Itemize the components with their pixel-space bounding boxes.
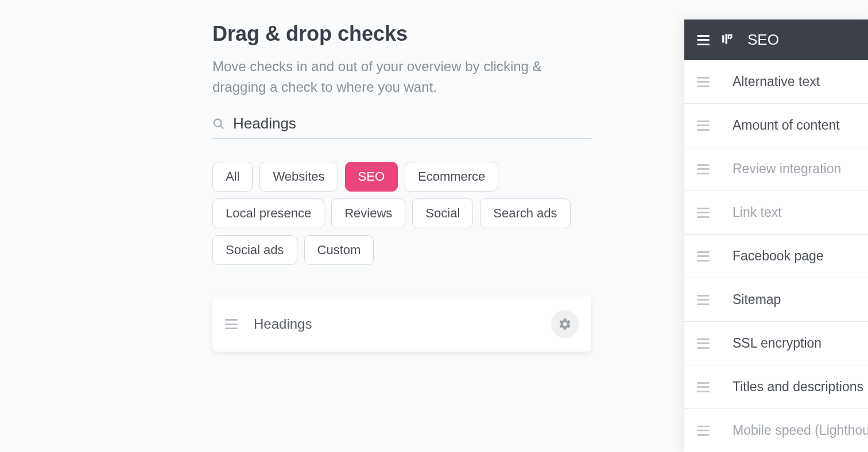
side-panel: SEO Alternative text Amount of content R…	[684, 20, 868, 452]
category-icon	[721, 33, 736, 48]
side-item-amount-of-content[interactable]: Amount of content	[684, 104, 868, 147]
drag-handle-icon[interactable]	[697, 295, 710, 305]
drag-handle-icon[interactable]	[697, 426, 710, 436]
search-input[interactable]	[233, 115, 591, 133]
drag-handle-icon[interactable]	[697, 251, 710, 262]
drag-handle-icon[interactable]	[697, 35, 710, 45]
side-item-label: Mobile speed (Lighthouse)	[733, 423, 868, 438]
filter-social-ads[interactable]: Social ads	[212, 235, 297, 265]
side-item-review-integration[interactable]: Review integration	[684, 147, 868, 191]
svg-rect-2	[722, 35, 724, 42]
filter-all[interactable]: All	[212, 162, 253, 192]
side-panel-title: SEO	[747, 31, 779, 49]
drag-handle-icon[interactable]	[697, 77, 710, 87]
filter-reviews[interactable]: Reviews	[331, 198, 405, 228]
side-item-sitemap[interactable]: Sitemap	[684, 278, 868, 322]
side-item-label: Amount of content	[733, 118, 840, 133]
side-item-titles-and-descriptions[interactable]: Titles and descriptions	[684, 365, 868, 409]
side-item-link-text[interactable]: Link text	[684, 191, 868, 235]
side-item-ssl-encryption[interactable]: SSL encryption	[684, 322, 868, 365]
result-item[interactable]: Headings	[212, 297, 591, 352]
filter-seo[interactable]: SEO	[345, 162, 398, 192]
result-label: Headings	[254, 316, 551, 332]
side-item-label: Alternative text	[733, 74, 820, 89]
filter-local-presence[interactable]: Local presence	[212, 198, 324, 228]
drag-handle-icon[interactable]	[225, 319, 238, 329]
svg-line-1	[220, 126, 223, 128]
gear-icon	[558, 317, 572, 331]
drag-handle-icon[interactable]	[697, 338, 710, 349]
drag-handle-icon[interactable]	[697, 208, 710, 218]
svg-point-0	[214, 119, 222, 126]
side-item-alternative-text[interactable]: Alternative text	[684, 60, 868, 104]
svg-rect-3	[726, 34, 727, 44]
filter-social[interactable]: Social	[412, 198, 473, 228]
settings-button[interactable]	[551, 310, 579, 338]
filter-ecommerce[interactable]: Ecommerce	[405, 162, 498, 192]
page-subtitle: Move checks in and out of your overview …	[212, 56, 591, 98]
filter-row: All Websites SEO Ecommerce Local presenc…	[212, 162, 591, 265]
drag-handle-icon[interactable]	[697, 164, 710, 174]
search-row	[212, 115, 591, 139]
side-item-label: SSL encryption	[733, 336, 822, 351]
side-item-label: Titles and descriptions	[733, 379, 863, 395]
filter-websites[interactable]: Websites	[259, 162, 338, 192]
side-item-label: Sitemap	[733, 292, 781, 307]
side-item-facebook-page[interactable]: Facebook page	[684, 235, 868, 278]
drag-handle-icon[interactable]	[697, 382, 710, 392]
filter-custom[interactable]: Custom	[304, 235, 374, 265]
drag-handle-icon[interactable]	[697, 120, 710, 131]
side-item-mobile-speed[interactable]: Mobile speed (Lighthouse)	[684, 409, 868, 452]
search-icon	[212, 118, 225, 130]
side-item-label: Review integration	[733, 161, 841, 177]
side-item-label: Link text	[733, 205, 782, 220]
page-title: Drag & drop checks	[212, 22, 591, 46]
side-item-label: Facebook page	[733, 248, 824, 264]
side-panel-header[interactable]: SEO	[684, 20, 868, 60]
filter-search-ads[interactable]: Search ads	[480, 198, 570, 228]
